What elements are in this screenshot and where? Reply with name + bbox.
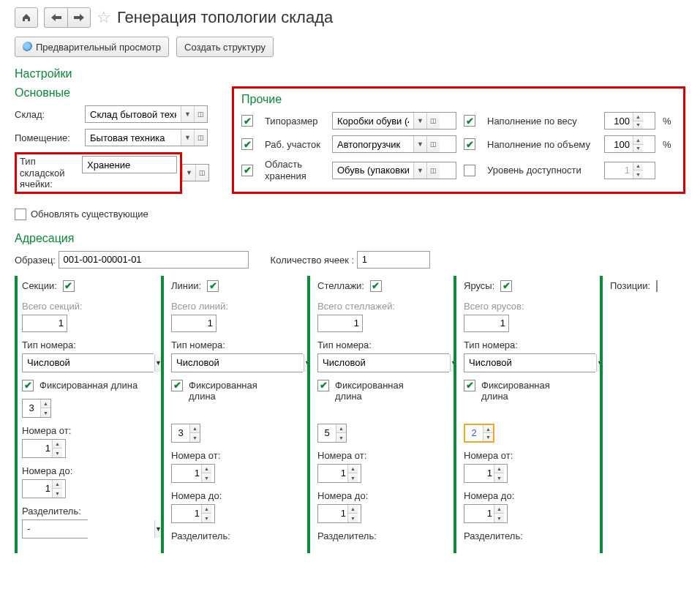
zone-value[interactable]	[333, 162, 413, 179]
size-value[interactable]	[333, 113, 413, 129]
size-checkbox[interactable]	[241, 115, 253, 127]
levels-to-spin[interactable]: ▲▼	[464, 504, 508, 523]
area-dropdown-icon[interactable]: ▼	[413, 136, 426, 152]
lines-numtype-select[interactable]: ▼	[171, 353, 303, 372]
zone-checkbox[interactable]	[241, 165, 253, 176]
spin-down-icon[interactable]: ▼	[41, 408, 50, 417]
spin-up-icon[interactable]: ▲	[483, 425, 493, 434]
home-button[interactable]	[15, 7, 38, 28]
fill-volume-spin[interactable]: ▲▼	[604, 135, 655, 153]
celltype-open-icon[interactable]: ◫	[195, 165, 208, 181]
spin-up-icon[interactable]: ▲	[348, 465, 358, 474]
favorite-star-icon[interactable]: ☆	[97, 8, 111, 27]
sections-fixed-len-spin[interactable]: ▲▼	[22, 399, 51, 418]
access-spin[interactable]: ▲▼	[604, 162, 655, 179]
spin-up-icon[interactable]: ▲	[202, 465, 211, 474]
sections-numtype-select[interactable]: ▼	[22, 353, 154, 372]
sections-sep-select[interactable]: ▼	[22, 519, 88, 539]
warehouse-value[interactable]	[86, 106, 181, 122]
levels-fixed-checkbox[interactable]	[464, 380, 475, 391]
spin-up-icon[interactable]: ▲	[633, 162, 643, 171]
preview-button[interactable]: Предварительный просмотр	[15, 37, 169, 57]
spin-up-icon[interactable]: ▲	[494, 465, 504, 474]
celltype-value[interactable]	[83, 157, 163, 173]
racks-checkbox[interactable]	[370, 280, 382, 292]
spin-down-icon[interactable]: ▼	[53, 449, 62, 457]
sections-total-input[interactable]	[22, 315, 67, 332]
spin-down-icon[interactable]: ▼	[348, 473, 358, 482]
racks-fixed-len-spin[interactable]: ▲▼	[317, 424, 347, 443]
spin-down-icon[interactable]: ▼	[633, 170, 643, 179]
zone-open-icon[interactable]: ◫	[426, 162, 440, 179]
spin-up-icon[interactable]: ▲	[41, 399, 50, 409]
fill-volume-value[interactable]	[605, 136, 633, 152]
spin-up-icon[interactable]: ▲	[494, 505, 504, 514]
zone-input[interactable]: ▼◫	[332, 162, 456, 179]
lines-fixed-checkbox[interactable]	[171, 380, 183, 391]
fill-weight-value[interactable]	[605, 113, 633, 129]
positions-checkbox[interactable]	[656, 280, 658, 292]
spin-down-icon[interactable]: ▼	[190, 433, 200, 442]
spin-down-icon[interactable]: ▼	[483, 433, 493, 441]
lines-to-spin[interactable]: ▲▼	[171, 504, 215, 523]
sample-input[interactable]	[59, 251, 249, 269]
spin-down-icon[interactable]: ▼	[202, 473, 211, 482]
fill-weight-checkbox[interactable]	[464, 115, 475, 127]
racks-fixed-checkbox[interactable]	[317, 380, 329, 391]
spin-up-icon[interactable]: ▲	[53, 480, 62, 489]
fill-volume-checkbox[interactable]	[464, 138, 475, 150]
sections-fixed-checkbox[interactable]	[22, 380, 34, 391]
back-button[interactable]	[44, 7, 67, 28]
warehouse-open-icon[interactable]: ◫	[194, 106, 207, 122]
racks-from-spin[interactable]: ▲▼	[317, 464, 361, 483]
racks-total-input[interactable]	[317, 315, 363, 332]
sections-to-spin[interactable]: ▲▼	[22, 479, 66, 498]
levels-numtype-select[interactable]: ▼	[464, 353, 595, 372]
lines-fixed-len-spin[interactable]: ▲▼	[171, 424, 200, 443]
celltype-dropdown-icon[interactable]: ▼	[182, 165, 195, 181]
spin-down-icon[interactable]: ▼	[336, 433, 346, 442]
lines-from-spin[interactable]: ▲▼	[171, 464, 215, 483]
levels-from-spin[interactable]: ▲▼	[464, 464, 508, 483]
spin-up-icon[interactable]: ▲	[633, 136, 643, 145]
spin-up-icon[interactable]: ▲	[633, 113, 643, 121]
levels-fixed-len-spin[interactable]: ▲▼	[464, 424, 494, 443]
fill-weight-spin[interactable]: ▲▼	[604, 112, 655, 130]
spin-down-icon[interactable]: ▼	[53, 489, 62, 498]
spin-up-icon[interactable]: ▲	[202, 505, 211, 514]
spin-down-icon[interactable]: ▼	[202, 514, 211, 522]
size-open-icon[interactable]: ◫	[426, 113, 440, 129]
spin-down-icon[interactable]: ▼	[494, 514, 504, 522]
count-input[interactable]	[357, 251, 430, 269]
racks-to-spin[interactable]: ▲▼	[317, 504, 361, 523]
spin-down-icon[interactable]: ▼	[633, 145, 643, 153]
size-input[interactable]: ▼◫	[332, 112, 456, 130]
spin-up-icon[interactable]: ▲	[348, 505, 358, 514]
sections-from-spin[interactable]: ▲▼	[22, 439, 66, 458]
room-value[interactable]	[86, 130, 181, 146]
spin-down-icon[interactable]: ▼	[494, 473, 504, 482]
spin-down-icon[interactable]: ▼	[348, 514, 358, 522]
access-value[interactable]	[605, 162, 633, 179]
area-value[interactable]	[333, 136, 413, 152]
celltype-input[interactable]	[82, 156, 177, 173]
zone-dropdown-icon[interactable]: ▼	[413, 162, 426, 179]
size-dropdown-icon[interactable]: ▼	[413, 113, 426, 129]
warehouse-dropdown-icon[interactable]: ▼	[181, 106, 194, 122]
area-input[interactable]: ▼◫	[332, 135, 456, 153]
spin-up-icon[interactable]: ▲	[190, 424, 200, 434]
lines-checkbox[interactable]	[207, 280, 219, 292]
room-dropdown-icon[interactable]: ▼	[181, 130, 194, 146]
lines-total-input[interactable]	[171, 315, 217, 332]
spin-up-icon[interactable]: ▲	[53, 440, 62, 449]
area-open-icon[interactable]: ◫	[426, 136, 440, 152]
create-structure-button[interactable]: Создать структуру	[176, 37, 274, 57]
spin-up-icon[interactable]: ▲	[336, 424, 346, 434]
levels-total-input[interactable]	[464, 315, 509, 332]
access-checkbox[interactable]	[464, 165, 475, 176]
update-existing-checkbox[interactable]	[15, 209, 26, 220]
spin-down-icon[interactable]: ▼	[633, 121, 643, 130]
warehouse-input[interactable]: ▼ ◫	[85, 105, 208, 123]
levels-checkbox[interactable]	[500, 280, 512, 292]
racks-numtype-select[interactable]: ▼	[317, 353, 449, 372]
